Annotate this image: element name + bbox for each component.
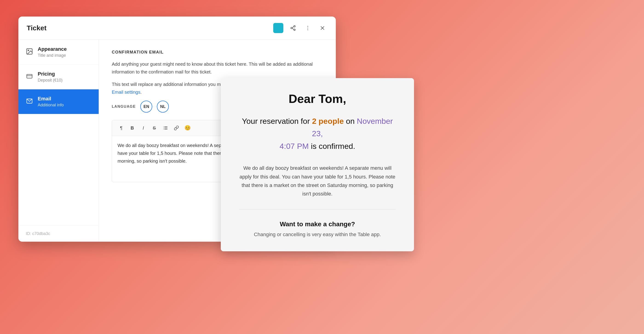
share-button[interactable]	[288, 23, 298, 33]
svg-point-11	[28, 50, 29, 51]
svg-line-3	[292, 28, 294, 29]
email-greeting: Dear Tom,	[289, 92, 346, 106]
svg-point-5	[307, 26, 308, 27]
toolbar-paragraph[interactable]: ¶	[116, 123, 126, 133]
card-icon	[26, 73, 33, 81]
emoji-icon: 😊	[184, 125, 191, 131]
list-icon	[163, 125, 168, 131]
id-label: ID:	[26, 231, 31, 236]
link-icon	[174, 125, 179, 131]
close-icon	[320, 25, 326, 31]
sidebar-email-title: Email	[38, 96, 64, 102]
svg-point-6	[307, 27, 308, 28]
bold-icon: B	[131, 125, 134, 131]
email-reservation: Your reservation for 2 people on Novembe…	[239, 115, 396, 152]
desc2-suffix: .	[140, 90, 142, 95]
toolbar-italic[interactable]: I	[139, 123, 148, 133]
sidebar-item-appearance[interactable]: Appearance Title and image	[18, 40, 99, 65]
toolbar-bold[interactable]: B	[128, 123, 137, 133]
email-icon	[26, 98, 33, 106]
share-icon	[290, 25, 296, 31]
email-preview-panel: Dear Tom, Your reservation for 2 people …	[221, 78, 414, 251]
email-cta-text: Changing or cancelling is very easy with…	[254, 232, 381, 238]
italic-icon: I	[142, 125, 144, 131]
sidebar-email-subtitle: Additional info	[38, 103, 64, 108]
toolbar-emoji[interactable]: 😊	[183, 123, 192, 133]
lang-nl-button[interactable]: NL	[157, 101, 169, 113]
strikethrough-icon: S	[153, 125, 156, 131]
date-prefix: on	[344, 117, 357, 125]
email-text: Email Additional info	[38, 96, 64, 108]
toolbar-link[interactable]	[172, 123, 181, 133]
sidebar: Appearance Title and image Pricing Depos…	[18, 40, 99, 242]
pricing-text: Pricing Deposit (€10)	[38, 71, 62, 83]
more-button[interactable]	[303, 23, 313, 33]
modal-title: Ticket	[27, 24, 46, 32]
svg-line-4	[292, 27, 294, 27]
sidebar-pricing-title: Pricing	[38, 71, 62, 77]
toolbar-strikethrough[interactable]: S	[150, 123, 159, 133]
modal-actions	[273, 23, 328, 33]
close-button[interactable]	[318, 23, 328, 33]
sidebar-appearance-subtitle: Title and image	[38, 53, 67, 58]
section-title: CONFIRMATION EMAIL	[112, 50, 323, 55]
appearance-text: Appearance Title and image	[38, 46, 67, 58]
modal-header: Ticket	[18, 16, 336, 40]
reservation-time: 4:07 PM	[280, 142, 309, 151]
people-count: 2 people	[312, 117, 344, 125]
time-suffix: is confirmed.	[309, 142, 355, 151]
toolbar-list[interactable]	[161, 123, 170, 133]
email-cta-title: Want to make a change?	[280, 220, 355, 228]
svg-rect-12	[27, 74, 32, 78]
email-divider	[239, 209, 396, 209]
language-label: LANGUAGE	[112, 105, 136, 109]
section-desc-1: Add anything your guest might need to kn…	[112, 60, 323, 76]
paragraph-icon: ¶	[120, 125, 122, 131]
email-body-text: We do all day boozy breakfast on weekend…	[239, 164, 396, 198]
sidebar-item-email[interactable]: Email Additional info	[18, 89, 99, 114]
svg-point-7	[307, 29, 308, 30]
image-icon	[26, 48, 33, 56]
id-value: c70dba3c	[32, 231, 50, 236]
lang-en-button[interactable]: EN	[140, 101, 152, 113]
reservation-prefix: Your reservation for	[242, 117, 312, 125]
more-icon	[305, 25, 311, 31]
sidebar-footer: ID: c70dba3c	[18, 226, 99, 242]
sidebar-item-pricing[interactable]: Pricing Deposit (€10)	[18, 65, 99, 89]
sidebar-appearance-title: Appearance	[38, 46, 67, 52]
sidebar-pricing-subtitle: Deposit (€10)	[38, 78, 62, 83]
color-button[interactable]	[273, 23, 283, 33]
